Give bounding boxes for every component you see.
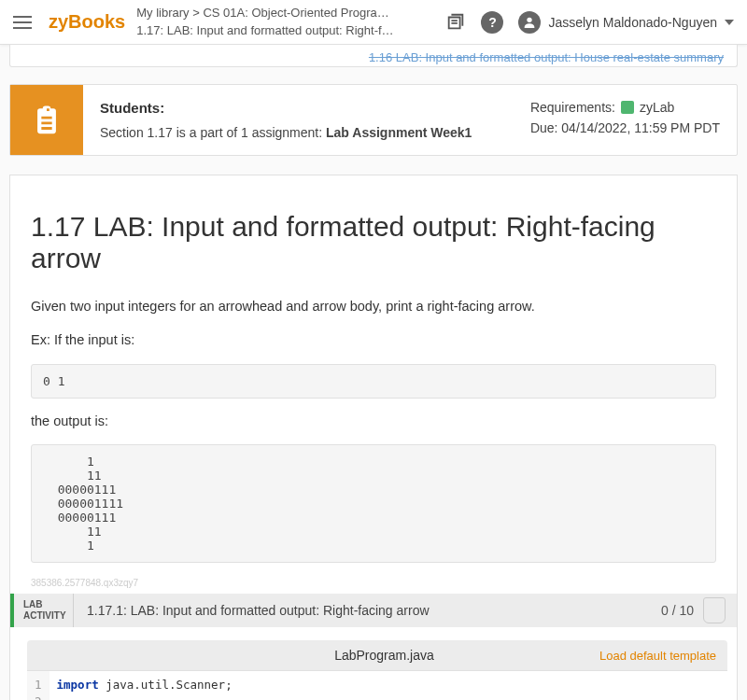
students-card: Students: Section 1.17 is a part of 1 as… bbox=[9, 84, 738, 156]
assignment-info: Section 1.17 is a part of 1 assignment: … bbox=[100, 125, 472, 140]
header-actions: ? Jasselyn Maldonado-Nguyen bbox=[445, 11, 734, 34]
example-output-box: 1 11 00000111 000001111 00000111 11 1 bbox=[31, 444, 716, 563]
chevron-down-icon bbox=[725, 20, 734, 25]
prev-section-link[interactable]: 1.16 LAB: Input and formatted output: Ho… bbox=[9, 45, 738, 67]
example-input-label: Ex: If the input is: bbox=[31, 330, 716, 351]
menu-icon[interactable] bbox=[13, 11, 35, 34]
help-icon[interactable]: ? bbox=[481, 11, 503, 34]
activity-score: 0 / 10 bbox=[661, 603, 703, 619]
activity-bar: LAB ACTIVITY 1.17.1: LAB: Input and form… bbox=[10, 594, 737, 627]
library-icon[interactable] bbox=[445, 12, 466, 33]
logo[interactable]: zyBooks bbox=[49, 11, 125, 33]
breadcrumb-line-2[interactable]: 1.17: LAB: Input and formatted output: R… bbox=[136, 22, 398, 39]
watermark: 385386.2577848.qx3zqy7 bbox=[10, 576, 737, 594]
clipboard-icon bbox=[31, 105, 63, 136]
example-output-label: the output is: bbox=[31, 412, 716, 432]
students-heading: Students: bbox=[100, 100, 472, 116]
code-editor-section: LabProgram.java Load default template 12… bbox=[10, 627, 737, 700]
due-date: Due: 04/14/2022, 11:59 PM PDT bbox=[530, 120, 720, 135]
lab-card: 1.17 LAB: Input and formatted output: Ri… bbox=[9, 175, 738, 700]
code-editor[interactable]: 123456 import java.util.Scanner; public … bbox=[27, 670, 727, 700]
load-template-link[interactable]: Load default template bbox=[599, 649, 716, 663]
requirements-row: Requirements: zyLab bbox=[530, 100, 720, 115]
lab-title: 1.17 LAB: Input and formatted output: Ri… bbox=[31, 211, 716, 274]
line-gutter: 123456 bbox=[27, 671, 49, 700]
username: Jasselyn Maldonado-Nguyen bbox=[548, 15, 717, 30]
lab-description: Given two input integers for an arrowhea… bbox=[31, 297, 716, 317]
breadcrumb-line-1[interactable]: My library > CS 01A: Object-Oriented Pro… bbox=[136, 5, 398, 21]
editor-filename: LabProgram.java bbox=[169, 648, 599, 663]
code-area[interactable]: import java.util.Scanner; public class L… bbox=[49, 671, 374, 700]
avatar-icon bbox=[518, 11, 541, 34]
activity-badge: LAB ACTIVITY bbox=[14, 594, 74, 627]
breadcrumb[interactable]: My library > CS 01A: Object-Oriented Pro… bbox=[136, 5, 445, 38]
shield-icon[interactable] bbox=[703, 597, 726, 623]
activity-title: 1.17.1: LAB: Input and formatted output:… bbox=[74, 603, 661, 619]
assignment-badge bbox=[10, 85, 83, 155]
user-menu[interactable]: Jasselyn Maldonado-Nguyen bbox=[518, 11, 734, 34]
zylab-badge-icon bbox=[621, 101, 634, 114]
example-input-box: 0 1 bbox=[31, 364, 716, 399]
app-header: zyBooks My library > CS 01A: Object-Orie… bbox=[0, 0, 747, 45]
svg-point-0 bbox=[528, 17, 532, 21]
